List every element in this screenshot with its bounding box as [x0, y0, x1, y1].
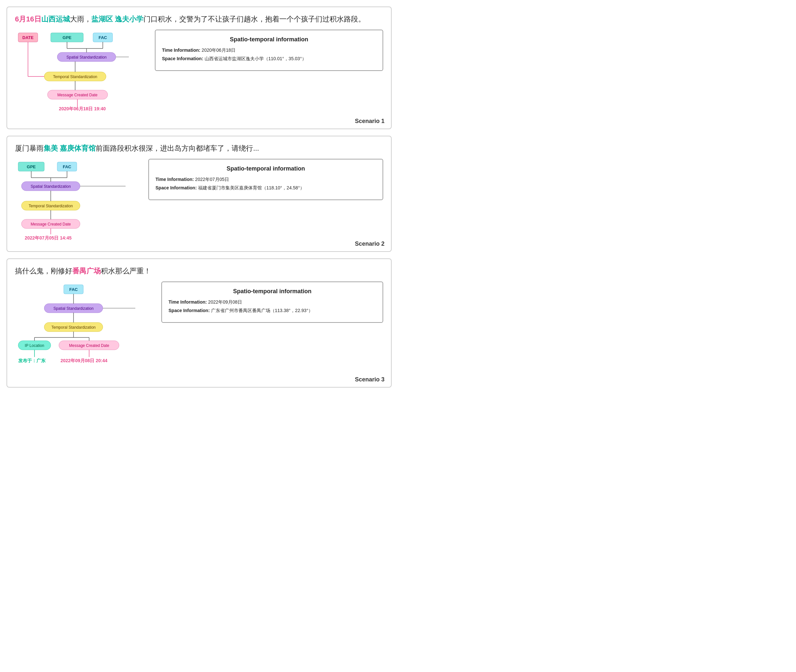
- scenario-2-label: Scenario 2: [355, 240, 385, 247]
- svg-text:2022年07月05日 14:45: 2022年07月05日 14:45: [25, 235, 72, 240]
- s3-text2: 积水那么严重！: [101, 267, 151, 275]
- svg-text:2022年09月08日 20:44: 2022年09月08日 20:44: [61, 358, 107, 363]
- scenario-1-tree: DATE GPE FAC Spatial Standardization: [15, 30, 145, 121]
- s2-text1: 厦门暴雨: [15, 144, 43, 152]
- scenario-1-time: Time Information: 2020年06月18日: [162, 48, 376, 53]
- s2-gpe-text: 集美 嘉庚体育馆: [43, 144, 96, 152]
- s1-fac-text: 盐湖区 逸夫小学: [91, 15, 144, 23]
- svg-text:Message Created Date: Message Created Date: [30, 222, 71, 227]
- scenario-3-box: 搞什么鬼，刚修好番禺广场积水那么严重！ FAC Spatial Standard…: [6, 258, 392, 387]
- scenario-2-diagram: GPE FAC Spatial Standardization Temporal…: [15, 159, 383, 243]
- scenario-2-box: 厦门暴雨集美 嘉庚体育馆前面路段积水很深，进出岛方向都堵车了，请绕行... GP…: [6, 136, 392, 252]
- scenario-1-label: Scenario 1: [355, 118, 385, 125]
- svg-text:Temporal Standardization: Temporal Standardization: [53, 75, 97, 79]
- scenario-2-sentence: 厦门暴雨集美 嘉庚体育馆前面路段积水很深，进出岛方向都堵车了，请绕行...: [15, 143, 383, 154]
- svg-text:Spatial Standardization: Spatial Standardization: [66, 55, 106, 59]
- scenario-1-box: 6月16日山西运城大雨，盐湖区 逸夫小学门口积水，交警为了不让孩子们趟水，抱着一…: [6, 6, 392, 129]
- scenario-3-space: Space Information: 广东省广州市番禺区番禺广场（113.38°…: [168, 308, 376, 314]
- scenario-1-info-title: Spatio-temporal information: [162, 36, 376, 43]
- scenario-3-label: Scenario 3: [355, 376, 385, 383]
- svg-text:Spatial Standardization: Spatial Standardization: [30, 184, 70, 189]
- s1-text2: 门口积水，交警为了不让孩子们趟水，抱着一个个孩子们过积水路段。: [144, 15, 365, 23]
- scenario-3-diagram: FAC Spatial Standardization Temporal Sta…: [15, 282, 383, 379]
- s3-text1: 搞什么鬼，刚修好: [15, 267, 72, 275]
- scenario-2-svg: GPE FAC Spatial Standardization Temporal…: [15, 159, 139, 243]
- scenario-1-sentence: 6月16日山西运城大雨，盐湖区 逸夫小学门口积水，交警为了不让孩子们趟水，抱着一…: [15, 14, 383, 24]
- scenario-2-space: Space Information: 福建省厦门市集美区嘉庚体育馆（118.10…: [155, 185, 376, 191]
- scenario-3-tree: FAC Spatial Standardization Temporal Sta…: [15, 282, 152, 379]
- scenario-2-time: Time Information: 2022年07月05日: [155, 177, 376, 182]
- scenario-1-space: Space Information: 山西省运城市盐湖区逸夫小学（110.01°…: [162, 56, 376, 62]
- scenario-1-info: Spatio-temporal information Time Informa…: [155, 30, 383, 71]
- scenario-2-info-title: Spatio-temporal information: [155, 165, 376, 172]
- svg-text:GPE: GPE: [62, 35, 72, 40]
- scenario-3-sentence: 搞什么鬼，刚修好番禺广场积水那么严重！: [15, 266, 383, 276]
- scenario-3-svg: FAC Spatial Standardization Temporal Sta…: [15, 282, 152, 379]
- svg-text:Temporal Standardization: Temporal Standardization: [51, 325, 96, 330]
- svg-text:GPE: GPE: [27, 164, 36, 169]
- svg-text:Temporal Standardization: Temporal Standardization: [29, 204, 73, 208]
- s1-date-text: 6月16日: [15, 15, 41, 23]
- s3-fac-text: 番禺广场: [72, 267, 101, 275]
- scenario-1-diagram: DATE GPE FAC Spatial Standardization: [15, 30, 383, 121]
- s2-text2: 前面路段积水很深，进出岛方向都堵车了，请绕行...: [96, 144, 259, 152]
- svg-text:Message Created Date: Message Created Date: [69, 343, 109, 348]
- scenario-3-time: Time Information: 2022年09月08日: [168, 299, 376, 305]
- svg-text:IP Location: IP Location: [25, 343, 44, 348]
- scenario-1-svg: DATE GPE FAC Spatial Standardization: [15, 30, 145, 121]
- svg-text:发布于：广东: 发布于：广东: [18, 358, 46, 363]
- scenario-2-tree: GPE FAC Spatial Standardization Temporal…: [15, 159, 139, 243]
- svg-text:FAC: FAC: [99, 35, 107, 40]
- svg-text:DATE: DATE: [22, 35, 34, 40]
- scenario-3-info-title: Spatio-temporal information: [168, 288, 376, 295]
- s1-text1: 大雨，: [70, 15, 91, 23]
- scenario-3-info: Spatio-temporal information Time Informa…: [161, 282, 383, 323]
- svg-text:2020年06月18日 19:40: 2020年06月18日 19:40: [59, 106, 106, 111]
- scenario-2-info: Spatio-temporal information Time Informa…: [148, 159, 383, 200]
- svg-text:Spatial Standardization: Spatial Standardization: [53, 306, 93, 311]
- svg-text:FAC: FAC: [63, 164, 72, 169]
- s1-gpe-text: 山西运城: [41, 15, 70, 23]
- svg-text:Message Created Date: Message Created Date: [57, 93, 98, 97]
- svg-text:FAC: FAC: [69, 287, 78, 292]
